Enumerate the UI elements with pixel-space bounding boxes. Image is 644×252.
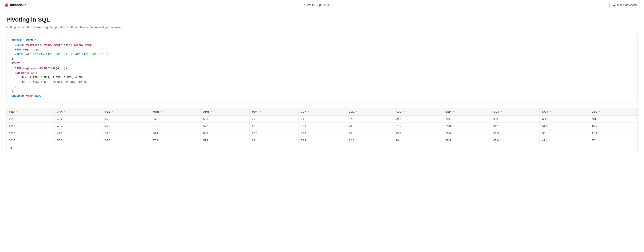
sort-icon-jan: ▼ [64,110,66,113]
cell-may-row2: 68.8 [250,130,298,137]
cell-oct-row0: null [491,116,540,123]
cell-sep-row3: 68.5 [443,137,491,144]
cell-jul-row3: 82.6 [346,137,393,144]
cell-dec-row3: 47.1 [589,137,638,144]
cell-jul-row1: 78.3 [346,123,393,130]
col-mar[interactable]: MAR ▼ [150,108,200,116]
download-button[interactable]: ⬇ [9,146,14,151]
cell-year-row3: 2015 [6,137,54,144]
header-title-area: Pivot in SQL (SQL) [304,3,331,7]
table-header-row: year ▼ JAN ▼ FEB ▼ [6,108,638,116]
results-section: year ▼ JAN ▼ FEB ▼ [6,108,638,152]
col-apr-label: APR [203,110,209,113]
cell-apr-row0: 58.6 [200,116,250,123]
cell-feb-row0: 45.8 [102,116,150,123]
col-jan[interactable]: JAN ▼ [54,108,102,116]
sql-code-cell: SELECT * FROM ( SELECT year(date) year, … [6,34,638,103]
cell-nov-row0: null [540,116,589,123]
col-nov-label: NOV [542,110,548,113]
cell-nov-row2: 56 [540,130,589,137]
page-subtitle: Getting the monthly average high tempera… [6,25,638,29]
col-nov[interactable]: NOV ▼ [540,108,589,116]
logo: databricks [4,3,26,7]
sql-badge: (SQL) [323,3,331,6]
cell-jan-row3: 50.3 [54,137,102,144]
col-aug[interactable]: AUG ▼ [393,108,443,116]
col-feb[interactable]: FEB ▼ [102,108,150,116]
sort-icon-oct: ▼ [500,110,502,113]
col-may[interactable]: MAY ▼ [250,108,298,116]
col-sep-label: SEP [446,110,451,113]
cell-mar-row0: 54 [150,116,200,123]
cell-nov-row1: 51.3 [540,123,589,130]
cell-may-row1: 67 [250,123,298,130]
sort-icon-feb: ▼ [112,110,114,113]
cell-year-row2: 2016 [6,130,54,137]
cell-year-row1: 2017 [6,123,54,130]
sort-icon-may: ▼ [259,110,261,113]
cell-apr-row1: 57.3 [200,123,250,130]
sort-icon-jun: ▼ [308,110,310,113]
cell-jan-row0: 49.7 [54,116,102,123]
sort-icon-mar: ▼ [160,110,162,113]
sort-icon-sep: ▼ [452,110,454,113]
sort-icon-nov: ▼ [550,110,552,113]
results-table: year ▼ JAN ▼ FEB ▼ [6,108,638,144]
cell-jul-row0: 82.8 [346,116,393,123]
col-apr[interactable]: APR ▼ [200,108,250,116]
col-jun-label: JUN [301,110,306,113]
cell-aug-row0: 79.1 [393,116,443,123]
col-mar-label: MAR [153,110,159,113]
cell-aug-row3: 79 [393,137,443,144]
col-dec-label: DEC [592,110,597,113]
cell-may-row3: 68 [250,137,298,144]
cell-aug-row2: 79.5 [393,130,443,137]
sort-icon-dec: ▼ [598,110,600,113]
cell-mar-row3: 57.9 [150,137,200,144]
col-dec[interactable]: DEC ▼ [589,108,638,116]
cell-dec-row1: 45.5 [589,123,638,130]
databricks-logo-icon [4,3,9,7]
import-icon: ☁ [612,3,615,6]
table-row: 201743.746.651.557.36772.178.381.573.861… [6,123,638,130]
cell-nov-row3: 49.4 [540,137,589,144]
cell-dec-row0: null [589,116,638,123]
col-sep[interactable]: SEP ▼ [443,108,491,116]
col-oct[interactable]: OCT ▼ [491,108,540,116]
cell-dec-row2: 41.9 [589,130,638,137]
cell-jun-row3: 78.9 [298,137,346,144]
cell-sep-row1: 73.8 [443,123,491,130]
cell-oct-row2: 60.5 [491,130,540,137]
cell-jun-row2: 73.1 [298,130,346,137]
col-jan-label: JAN [57,110,63,113]
cell-apr-row2: 65.9 [200,130,250,137]
table-row: 201849.745.85458.670.871.982.879.1nullnu… [6,116,638,123]
col-jun[interactable]: JUN ▼ [298,108,346,116]
table-header: year ▼ JAN ▼ FEB ▼ [6,108,638,116]
import-notebook-button[interactable]: ☁ Import Notebook [610,2,640,8]
cell-sep-row0: null [443,116,491,123]
table-body: 201849.745.85458.670.871.982.879.1nullnu… [6,116,638,144]
cell-aug-row1: 81.5 [393,123,443,130]
col-may-label: MAY [252,110,258,113]
sort-icon-aug: ▼ [403,110,405,113]
cell-sep-row2: 69.6 [443,130,491,137]
col-jul[interactable]: JUL ▼ [346,108,393,116]
cell-feb-row1: 46.6 [102,123,150,130]
sort-icon-apr: ▼ [210,110,212,113]
cell-feb-row2: 53.6 [102,130,150,137]
col-feb-label: FEB [105,110,110,113]
page-title: Pivoting in SQL [6,16,638,23]
cell-jan-row2: 49.1 [54,130,102,137]
import-button-label: Import Notebook [616,3,637,6]
col-jul-label: JUL [349,110,354,113]
col-year[interactable]: year ▼ [6,108,54,116]
cell-jun-row1: 72.1 [298,123,346,130]
cell-oct-row3: 63.6 [491,137,540,144]
main-content: Pivoting in SQL Getting the monthly aver… [0,10,644,157]
sql-code-block: SELECT * FROM ( SELECT year(date) year, … [12,38,632,98]
cell-jun-row0: 71.9 [298,116,346,123]
download-bar: ⬇ [6,144,638,152]
cell-feb-row3: 54.5 [102,137,150,144]
logo-text: databricks [10,3,26,7]
